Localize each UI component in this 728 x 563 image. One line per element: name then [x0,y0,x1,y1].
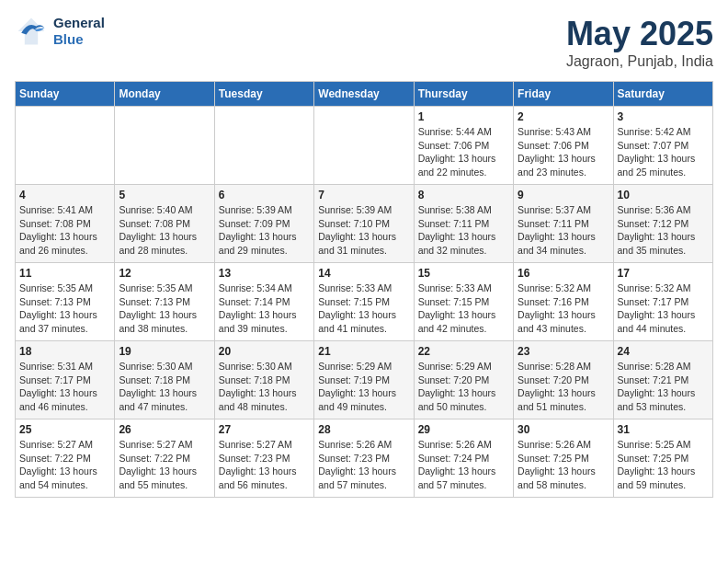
day-info: Sunrise: 5:37 AM Sunset: 7:11 PM Dayligh… [518,203,609,258]
day-header-friday: Friday [514,82,613,107]
day-number: 31 [618,423,709,436]
day-number: 1 [418,110,509,123]
title-area: May 2025 Jagraon, Punjab, India [566,15,713,70]
day-info: Sunrise: 5:35 AM Sunset: 7:13 PM Dayligh… [119,282,210,336]
calendar-week-1: 1Sunrise: 5:44 AM Sunset: 7:06 PM Daylig… [16,107,713,185]
calendar-cell: 12Sunrise: 5:35 AM Sunset: 7:13 PM Dayli… [115,263,214,341]
day-info: Sunrise: 5:28 AM Sunset: 7:21 PM Dayligh… [618,360,709,414]
day-number: 15 [418,267,509,280]
logo: General Blue [15,15,105,48]
calendar-table: SundayMondayTuesdayWednesdayThursdayFrid… [15,81,713,498]
day-number: 24 [618,345,709,358]
day-number: 22 [418,345,509,358]
day-info: Sunrise: 5:42 AM Sunset: 7:07 PM Dayligh… [618,125,709,179]
day-number: 18 [19,345,110,358]
day-header-sunday: Sunday [16,82,115,107]
day-info: Sunrise: 5:43 AM Sunset: 7:06 PM Dayligh… [518,125,609,179]
calendar-cell: 11Sunrise: 5:35 AM Sunset: 7:13 PM Dayli… [16,263,115,341]
day-number: 2 [518,110,609,123]
calendar-cell: 15Sunrise: 5:33 AM Sunset: 7:15 PM Dayli… [414,263,513,341]
day-info: Sunrise: 5:31 AM Sunset: 7:17 PM Dayligh… [19,360,110,414]
day-info: Sunrise: 5:44 AM Sunset: 7:06 PM Dayligh… [418,125,509,179]
day-info: Sunrise: 5:26 AM Sunset: 7:23 PM Dayligh… [318,438,409,492]
calendar-cell: 30Sunrise: 5:26 AM Sunset: 7:25 PM Dayli… [514,419,613,498]
calendar-cell: 31Sunrise: 5:25 AM Sunset: 7:25 PM Dayli… [613,419,712,498]
day-info: Sunrise: 5:29 AM Sunset: 7:19 PM Dayligh… [318,360,409,414]
calendar-cell [314,107,414,185]
calendar-cell: 21Sunrise: 5:29 AM Sunset: 7:19 PM Dayli… [314,341,414,419]
day-info: Sunrise: 5:39 AM Sunset: 7:10 PM Dayligh… [318,203,409,258]
day-number: 25 [19,423,110,436]
day-header-tuesday: Tuesday [214,82,313,107]
calendar-cell: 26Sunrise: 5:27 AM Sunset: 7:22 PM Dayli… [115,419,214,498]
day-number: 6 [219,189,310,201]
day-info: Sunrise: 5:32 AM Sunset: 7:16 PM Dayligh… [518,282,609,336]
day-number: 11 [19,267,110,280]
day-info: Sunrise: 5:40 AM Sunset: 7:08 PM Dayligh… [119,203,210,258]
calendar-cell: 25Sunrise: 5:27 AM Sunset: 7:22 PM Dayli… [16,419,115,498]
day-number: 19 [119,345,210,358]
day-number: 28 [318,423,409,436]
day-number: 4 [19,189,110,201]
day-number: 14 [318,267,409,280]
day-info: Sunrise: 5:35 AM Sunset: 7:13 PM Dayligh… [19,282,110,336]
calendar-cell: 23Sunrise: 5:28 AM Sunset: 7:20 PM Dayli… [514,341,613,419]
day-number: 17 [618,267,709,280]
calendar-cell: 20Sunrise: 5:30 AM Sunset: 7:18 PM Dayli… [214,341,313,419]
logo-name: General Blue [53,15,105,48]
calendar-cell: 27Sunrise: 5:27 AM Sunset: 7:23 PM Dayli… [214,419,313,498]
calendar-cell [16,107,115,185]
logo-icon [15,15,48,48]
day-header-wednesday: Wednesday [314,82,414,107]
day-info: Sunrise: 5:30 AM Sunset: 7:18 PM Dayligh… [219,360,310,414]
day-info: Sunrise: 5:38 AM Sunset: 7:11 PM Dayligh… [418,203,509,258]
day-info: Sunrise: 5:30 AM Sunset: 7:18 PM Dayligh… [119,360,210,414]
logo-blue-text: Blue [53,31,105,48]
day-info: Sunrise: 5:36 AM Sunset: 7:12 PM Dayligh… [618,203,709,258]
calendar-cell: 29Sunrise: 5:26 AM Sunset: 7:24 PM Dayli… [414,419,513,498]
calendar-cell: 18Sunrise: 5:31 AM Sunset: 7:17 PM Dayli… [16,341,115,419]
calendar-week-4: 18Sunrise: 5:31 AM Sunset: 7:17 PM Dayli… [16,341,713,419]
day-info: Sunrise: 5:27 AM Sunset: 7:23 PM Dayligh… [219,438,310,492]
day-number: 26 [119,423,210,436]
calendar-cell: 13Sunrise: 5:34 AM Sunset: 7:14 PM Dayli… [214,263,313,341]
calendar-cell: 14Sunrise: 5:33 AM Sunset: 7:15 PM Dayli… [314,263,414,341]
calendar-week-5: 25Sunrise: 5:27 AM Sunset: 7:22 PM Dayli… [16,419,713,498]
day-info: Sunrise: 5:25 AM Sunset: 7:25 PM Dayligh… [618,438,709,492]
logo-general-text: General [53,15,105,31]
calendar-cell: 6Sunrise: 5:39 AM Sunset: 7:09 PM Daylig… [214,185,313,263]
header: General Blue May 2025 Jagraon, Punjab, I… [15,15,713,70]
day-info: Sunrise: 5:26 AM Sunset: 7:24 PM Dayligh… [418,438,509,492]
day-header-monday: Monday [115,82,214,107]
day-number: 16 [518,267,609,280]
day-number: 10 [618,189,709,201]
calendar-cell: 19Sunrise: 5:30 AM Sunset: 7:18 PM Dayli… [115,341,214,419]
svg-marker-0 [18,18,45,45]
day-info: Sunrise: 5:27 AM Sunset: 7:22 PM Dayligh… [19,438,110,492]
day-number: 12 [119,267,210,280]
calendar-cell: 28Sunrise: 5:26 AM Sunset: 7:23 PM Dayli… [314,419,414,498]
day-info: Sunrise: 5:41 AM Sunset: 7:08 PM Dayligh… [19,203,110,258]
day-info: Sunrise: 5:33 AM Sunset: 7:15 PM Dayligh… [318,282,409,336]
calendar-cell: 9Sunrise: 5:37 AM Sunset: 7:11 PM Daylig… [514,185,613,263]
day-number: 21 [318,345,409,358]
day-info: Sunrise: 5:34 AM Sunset: 7:14 PM Dayligh… [219,282,310,336]
calendar-cell: 7Sunrise: 5:39 AM Sunset: 7:10 PM Daylig… [314,185,414,263]
day-number: 20 [219,345,310,358]
calendar-week-3: 11Sunrise: 5:35 AM Sunset: 7:13 PM Dayli… [16,263,713,341]
calendar-cell [115,107,214,185]
calendar-cell: 24Sunrise: 5:28 AM Sunset: 7:21 PM Dayli… [613,341,712,419]
day-header-saturday: Saturday [613,82,712,107]
day-number: 9 [518,189,609,201]
day-number: 5 [119,189,210,201]
calendar-cell: 17Sunrise: 5:32 AM Sunset: 7:17 PM Dayli… [613,263,712,341]
day-number: 23 [518,345,609,358]
calendar-title: May 2025 [566,15,713,53]
day-info: Sunrise: 5:33 AM Sunset: 7:15 PM Dayligh… [418,282,509,336]
calendar-cell [214,107,313,185]
calendar-cell: 1Sunrise: 5:44 AM Sunset: 7:06 PM Daylig… [414,107,513,185]
day-number: 30 [518,423,609,436]
day-info: Sunrise: 5:28 AM Sunset: 7:20 PM Dayligh… [518,360,609,414]
day-number: 7 [318,189,409,201]
calendar-cell: 3Sunrise: 5:42 AM Sunset: 7:07 PM Daylig… [613,107,712,185]
